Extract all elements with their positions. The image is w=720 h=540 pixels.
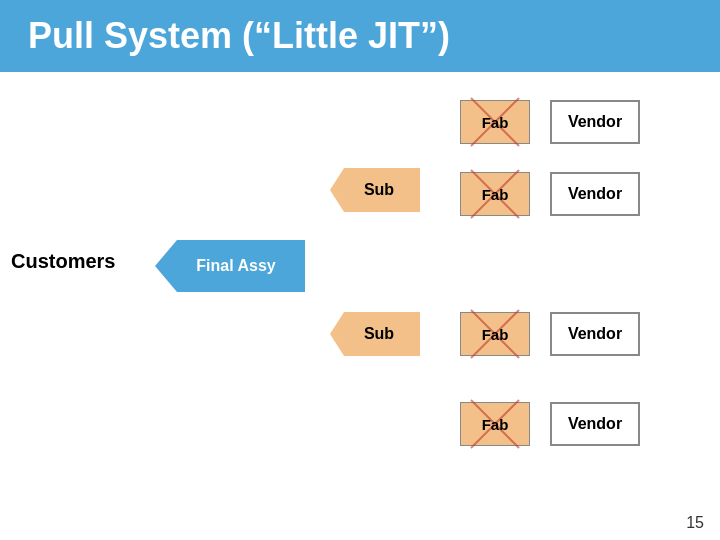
fab-box-3: Fab (460, 312, 530, 356)
vendor-box-3: Vendor (550, 312, 640, 356)
fab-box-2: Fab (460, 172, 530, 216)
main-content: Fab Vendor Sub Fab Vendor Customers Fina… (0, 72, 720, 540)
sub-arrow-1: Sub (330, 168, 420, 212)
customers-label: Customers (11, 250, 115, 273)
vendor-box-1: Vendor (550, 100, 640, 144)
page-number: 15 (686, 514, 704, 532)
page-title: Pull System (“Little JIT”) (28, 15, 450, 57)
final-assy-arrow: Final Assy (155, 240, 305, 292)
fab-box-4: Fab (460, 402, 530, 446)
vendor-box-4: Vendor (550, 402, 640, 446)
sub-arrow-2: Sub (330, 312, 420, 356)
header-bar: Pull System (“Little JIT”) (0, 0, 720, 72)
vendor-box-2: Vendor (550, 172, 640, 216)
fab-box-1: Fab (460, 100, 530, 144)
